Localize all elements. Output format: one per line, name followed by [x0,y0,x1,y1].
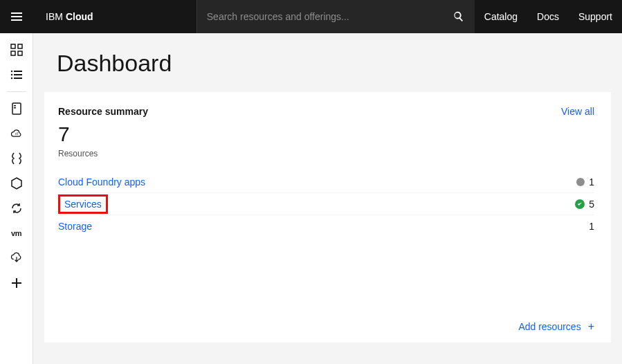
card-title: Resource summary [58,106,148,117]
search-wrap [196,0,475,33]
brand-name: Cloud [66,11,93,22]
row-status: 1 [576,176,594,188]
rail-sync[interactable] [0,196,33,221]
row-link[interactable]: Services [64,199,102,210]
header-link-support[interactable]: Support [569,0,622,33]
svg-rect-7 [14,105,16,107]
row-status: 1 [589,221,594,232]
functions-icon [10,152,24,165]
brand-prefix: IBM [46,11,63,22]
header-link-docs[interactable]: Docs [527,0,569,33]
row-link[interactable]: Cloud Foundry apps [58,176,145,188]
rail-cloud-foundry[interactable]: cf [0,121,33,146]
top-header: IBM Cloud Catalog Docs Support [0,0,622,33]
hamburger-icon [10,10,24,24]
row-link[interactable]: Storage [58,221,92,232]
rail-kubernetes[interactable] [0,171,33,196]
svg-rect-6 [12,103,21,114]
row-count: 1 [589,221,594,232]
list-icon [10,68,24,82]
cloud-cf-icon: cf [10,127,24,140]
status-check-icon [575,199,585,209]
resource-count-label: Resources [58,149,594,158]
svg-rect-5 [14,78,22,79]
add-resources-link[interactable]: Add resources + [518,320,594,333]
resource-count: 7 [58,122,594,146]
rail-cloud-download[interactable] [0,246,33,271]
page-title: Dashboard [57,50,611,77]
services-highlight: Services [58,194,108,214]
rail-divider [7,91,26,92]
svg-point-2 [10,74,12,75]
svg-point-0 [10,71,12,72]
rail-classic[interactable] [0,96,33,121]
server-icon [10,102,24,116]
header-link-catalog[interactable]: Catalog [475,0,527,33]
svg-rect-1 [14,71,22,72]
row-storage: Storage 1 [58,215,594,237]
row-status: 5 [575,199,594,210]
row-count: 5 [589,199,594,210]
header-links: Catalog Docs Support [475,0,622,33]
row-cloud-foundry-apps: Cloud Foundry apps 1 [58,171,594,193]
rail-dashboard[interactable] [0,37,33,62]
vmware-icon: vm [11,229,21,237]
hexagon-icon [10,176,24,190]
add-resources-label: Add resources [518,321,580,332]
plus-icon: + [588,320,594,333]
row-count: 1 [589,176,594,188]
resource-rows: Cloud Foundry apps 1 Services 5 Storage [58,171,594,237]
resource-summary-card: Resource summary View all 7 Resources Cl… [44,92,611,343]
left-rail: cf vm [0,33,33,364]
search-icon[interactable] [452,10,465,23]
brand[interactable]: IBM Cloud [33,11,106,22]
view-all-link[interactable]: View all [561,106,594,117]
main: Dashboard Resource summary View all 7 Re… [33,33,622,364]
svg-rect-3 [14,74,22,75]
rail-functions[interactable] [0,146,33,171]
rail-add[interactable] [0,271,33,295]
rail-vmware[interactable]: vm [0,221,33,246]
rail-resource-list[interactable] [0,62,33,87]
row-services: Services 5 [58,193,594,215]
hamburger-menu[interactable] [0,0,33,33]
apps-icon [10,43,24,57]
search-input[interactable] [207,11,447,22]
svg-rect-8 [14,107,16,109]
svg-point-4 [10,78,12,79]
svg-text:cf: cf [15,132,19,136]
sync-icon [10,201,24,215]
cloud-download-icon [10,251,24,265]
status-dot-gray-icon [576,178,585,186]
plus-icon [10,276,24,290]
